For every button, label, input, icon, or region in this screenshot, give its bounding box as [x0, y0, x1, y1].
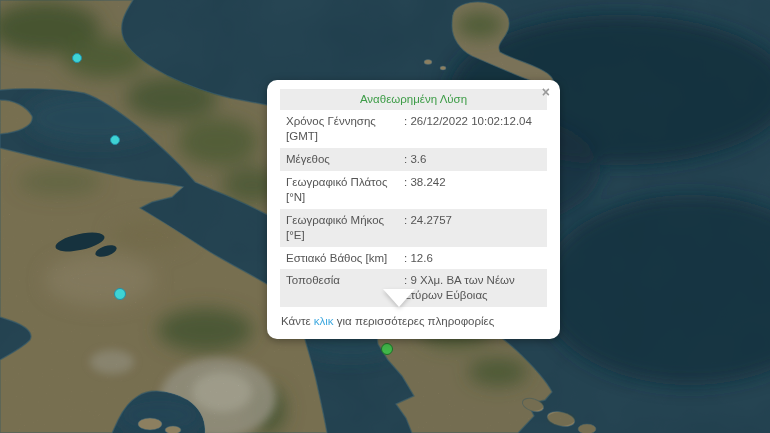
popup-row-value: : 26/12/2022 10:02:12.04 [398, 114, 541, 144]
popup-row-label: Γεωγραφικό Πλάτος [°N] [286, 175, 398, 205]
popup-row: Γεωγραφικό Πλάτος [°N] : 38.242 [280, 171, 547, 209]
popup-row-value: : 12.6 [398, 251, 541, 266]
close-icon[interactable]: × [542, 85, 550, 99]
more-info-link[interactable]: κλικ [314, 315, 334, 327]
popup-row-value: : 38.242 [398, 175, 541, 205]
popup-row-label: Εστιακό Βάθος [km] [286, 251, 398, 266]
popup-tail-pointer [383, 289, 415, 307]
earthquake-marker[interactable] [72, 53, 82, 63]
popup-row-value: : 3.6 [398, 152, 541, 167]
popup-row: Μέγεθος : 3.6 [280, 148, 547, 171]
earthquake-marker[interactable] [110, 135, 120, 145]
popup-row-label: Χρόνος Γέννησης [GMT] [286, 114, 398, 144]
popup-row-label: Μέγεθος [286, 152, 398, 167]
footer-text-prefix: Κάντε [281, 315, 314, 327]
popup-title: Αναθεωρημένη Λύση [280, 89, 547, 110]
footer-text-suffix: για περισσότερες πληροφορίες [334, 315, 495, 327]
popup-row: Γεωγραφικό Μήκος [°E] : 24.2757 [280, 209, 547, 247]
popup-table: Χρόνος Γέννησης [GMT] : 26/12/2022 10:02… [280, 110, 547, 307]
popup-row-value: : 9 Χλμ. ΒΑ των Νέων Στύρων Εύβοιας [398, 273, 541, 303]
popup-row-label: Γεωγραφικό Μήκος [°E] [286, 213, 398, 243]
reviewed-earthquake-marker[interactable] [381, 343, 393, 355]
map-viewport[interactable]: × Αναθεωρημένη Λύση Χρόνος Γέννησης [GMT… [0, 0, 770, 433]
earthquake-marker[interactable] [114, 288, 126, 300]
popup-row-value: : 24.2757 [398, 213, 541, 243]
popup-row: Χρόνος Γέννησης [GMT] : 26/12/2022 10:02… [280, 110, 547, 148]
popup-footer: Κάντε κλικ για περισσότερες πληροφορίες [280, 314, 547, 329]
popup-row-label: Τοποθεσία [286, 273, 398, 303]
popup-row: Εστιακό Βάθος [km] : 12.6 [280, 247, 547, 270]
